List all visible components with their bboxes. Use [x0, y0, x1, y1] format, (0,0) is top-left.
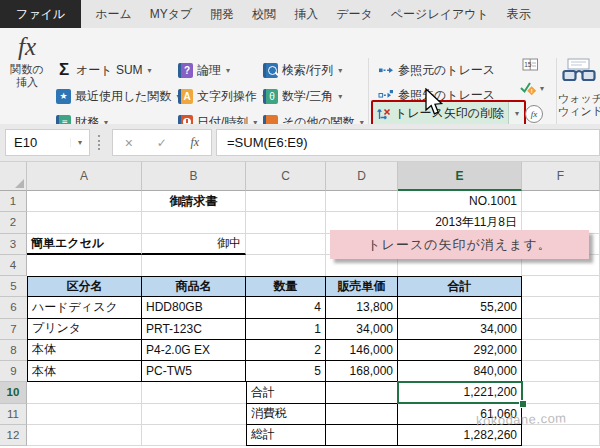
cell-a2[interactable] [27, 212, 142, 233]
cell-c2[interactable] [246, 212, 326, 233]
cell-f1[interactable] [522, 191, 600, 212]
column-header-f[interactable]: F [522, 162, 600, 191]
tab-home[interactable]: ホーム [86, 0, 141, 28]
cell-e5[interactable]: 合計 [398, 276, 522, 297]
cell-d11[interactable] [326, 404, 398, 425]
cell-d5[interactable]: 販売単価 [326, 276, 398, 297]
cell-d6[interactable]: 13,800 [326, 297, 398, 318]
cell-b2[interactable] [142, 212, 246, 233]
autosum-button[interactable]: Σ オート SUM ▾ [56, 59, 152, 81]
row-header-1[interactable]: 1 [0, 191, 27, 212]
row-header-3[interactable]: 3 [0, 234, 27, 255]
cell-f7[interactable] [522, 319, 600, 340]
cell-e12[interactable]: 1,282,260 [398, 425, 522, 446]
text-functions-button[interactable]: A 文字列操作 ▾ [178, 85, 266, 107]
cell-b8[interactable]: P4-2.0G EX [142, 340, 246, 361]
cell-a10[interactable] [27, 382, 142, 403]
cell-a4[interactable] [27, 255, 142, 276]
watch-window-button[interactable]: ウォッチ ウィンド [558, 58, 600, 124]
cell-b9[interactable]: PC-TW5 [142, 361, 246, 382]
cell-c3[interactable] [246, 234, 326, 255]
cell-c5[interactable]: 数量 [246, 276, 326, 297]
lookup-reference-button[interactable]: 検索/行列 ▾ [263, 59, 342, 81]
cell-e1[interactable]: NO.1001 [398, 191, 522, 212]
tab-insert[interactable]: 挿入 [285, 0, 327, 28]
recently-used-button[interactable]: ★ 最近使用した関数 ▾ [56, 85, 181, 107]
cell-f5[interactable] [522, 276, 600, 297]
select-all-corner[interactable] [0, 162, 27, 191]
cell-a1[interactable] [27, 191, 142, 212]
cell-a8[interactable]: 本体 [27, 340, 142, 361]
insert-function-fx-icon[interactable]: fx [190, 135, 199, 150]
cell-e7[interactable]: 34,000 [398, 319, 522, 340]
column-header-b[interactable]: B [142, 162, 246, 191]
cell-c12[interactable]: 総計 [246, 425, 326, 446]
row-header-5[interactable]: 5 [0, 276, 27, 297]
insert-function-button[interactable]: fx 関数の 挿入 [3, 31, 51, 119]
fill-handle[interactable] [519, 400, 527, 408]
column-header-e-selected[interactable]: E [398, 162, 522, 191]
tab-developer[interactable]: 開発 [201, 0, 243, 28]
cell-c7[interactable]: 1 [246, 319, 326, 340]
cell-a6[interactable]: ハードディスク [27, 297, 142, 318]
cancel-icon[interactable]: × [125, 135, 133, 151]
name-box-caret-icon[interactable]: ▾ [70, 138, 89, 147]
formula-bar-splitter[interactable] [98, 135, 100, 150]
cell-b1[interactable]: 御請求書 [142, 191, 246, 212]
cell-c6[interactable]: 4 [246, 297, 326, 318]
cell-e6[interactable]: 55,200 [398, 297, 522, 318]
cell-b4[interactable] [142, 255, 246, 276]
cell-b11[interactable] [142, 404, 246, 425]
tab-file[interactable]: ファイル [0, 0, 81, 28]
row-header-9[interactable]: 9 [0, 361, 27, 382]
cell-c11[interactable]: 消費税 [246, 404, 326, 425]
cell-d9[interactable]: 168,000 [326, 361, 398, 382]
cell-b10[interactable] [142, 382, 246, 403]
row-header-7[interactable]: 7 [0, 319, 27, 340]
tab-mytab[interactable]: MYタブ [141, 0, 202, 28]
tab-view[interactable]: 表示 [498, 0, 540, 28]
column-header-a[interactable]: A [27, 162, 142, 191]
trace-precedents-button[interactable]: 参照元のトレース [378, 59, 495, 81]
show-formulas-button[interactable]: 15 [522, 57, 539, 77]
cell-d12[interactable] [326, 425, 398, 446]
row-header-6[interactable]: 6 [0, 297, 27, 318]
logical-button[interactable]: ? 論理 ▾ [178, 59, 230, 81]
enter-icon[interactable]: ✓ [157, 136, 167, 150]
remove-arrows-dropdown[interactable]: ▾ [508, 102, 524, 124]
cell-a3[interactable]: 簡単エクセル [27, 234, 142, 255]
error-checking-button[interactable]: ! ▾ [519, 80, 544, 97]
cell-a9[interactable]: 本体 [27, 361, 142, 382]
cell-e9[interactable]: 840,000 [398, 361, 522, 382]
row-header-4[interactable]: 4 [0, 255, 27, 276]
cell-b5[interactable]: 商品名 [142, 276, 246, 297]
tab-data[interactable]: データ [327, 0, 382, 28]
cell-b7[interactable]: PRT-123C [142, 319, 246, 340]
tab-page-layout[interactable]: ページレイアウト [382, 0, 498, 28]
cell-c8[interactable]: 2 [246, 340, 326, 361]
cell-d8[interactable]: 146,000 [326, 340, 398, 361]
row-header-2[interactable]: 2 [0, 212, 27, 233]
cell-b3[interactable]: 御中 [142, 234, 246, 255]
row-header-8[interactable]: 8 [0, 340, 27, 361]
cell-f8[interactable] [522, 340, 600, 361]
cell-d7[interactable]: 34,000 [326, 319, 398, 340]
tab-review[interactable]: 校閲 [243, 0, 285, 28]
cell-e8[interactable]: 292,000 [398, 340, 522, 361]
cell-f6[interactable] [522, 297, 600, 318]
cell-c1[interactable] [246, 191, 326, 212]
cell-c10[interactable]: 合計 [246, 382, 326, 403]
formula-input[interactable]: =SUM(E6:E9) [216, 129, 600, 156]
cell-c4[interactable] [246, 255, 326, 276]
cell-a5[interactable]: 区分名 [27, 276, 142, 297]
cell-c9[interactable]: 5 [246, 361, 326, 382]
column-header-d[interactable]: D [326, 162, 398, 191]
evaluate-formula-button[interactable]: fx [525, 105, 543, 123]
cell-f10[interactable] [522, 382, 600, 403]
column-header-c[interactable]: C [246, 162, 326, 191]
cell-f9[interactable] [522, 361, 600, 382]
cell-b6[interactable]: HDD80GB [142, 297, 246, 318]
cell-a7[interactable]: プリンタ [27, 319, 142, 340]
row-header-12[interactable]: 12 [0, 425, 27, 446]
cell-d1[interactable] [326, 191, 398, 212]
